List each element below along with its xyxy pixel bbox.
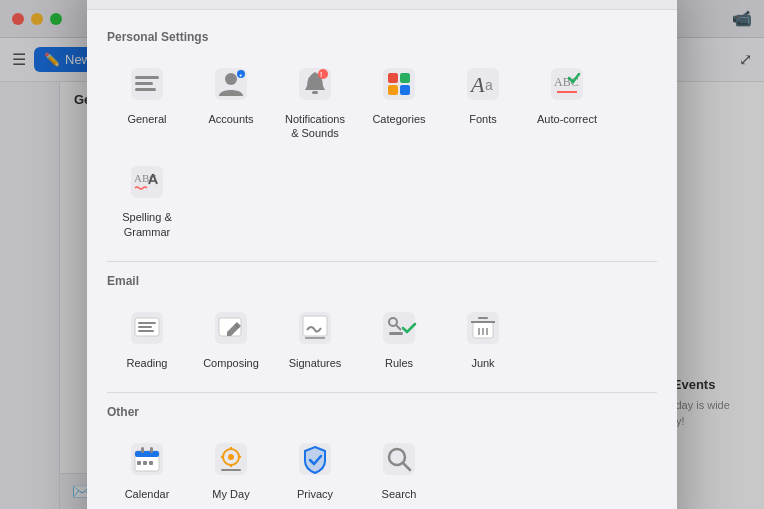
prefs-spelling-item[interactable]: ABC Spelling &Grammar (107, 152, 187, 247)
search-label: Search (382, 487, 417, 501)
composing-label: Composing (203, 356, 259, 370)
svg-text:!: ! (320, 71, 322, 78)
app-background: 🔍 📹 ☰ ✏️ New Message 🗑 Delete 📦 Archive … (0, 0, 764, 509)
email-grid: Reading Composing (107, 298, 657, 378)
svg-rect-27 (138, 322, 156, 324)
accounts-label: Accounts (208, 112, 253, 126)
svg-rect-2 (135, 82, 153, 85)
privacy-icon (293, 437, 337, 481)
prefs-rules-item[interactable]: Rules (359, 298, 439, 378)
svg-text:ABC: ABC (134, 172, 157, 184)
general-icon (125, 62, 169, 106)
categories-icon (377, 62, 421, 106)
prefs-reading-item[interactable]: Reading (107, 298, 187, 378)
notifications-label: Notifications& Sounds (285, 112, 345, 141)
personal-settings-grid: General + Accounts (107, 54, 657, 247)
prefs-search-item[interactable]: Search (359, 429, 439, 509)
svg-rect-1 (135, 76, 159, 79)
fonts-icon: A a (461, 62, 505, 106)
signatures-label: Signatures (289, 356, 342, 370)
svg-rect-3 (135, 88, 156, 91)
rules-label: Rules (385, 356, 413, 370)
prefs-privacy-item[interactable]: Privacy (275, 429, 355, 509)
junk-icon (461, 306, 505, 350)
calendar-label: Calendar (125, 487, 170, 501)
autocorrect-icon: ABC (545, 62, 589, 106)
svg-rect-50 (141, 447, 144, 453)
prefs-notifications-item[interactable]: ! Notifications& Sounds (275, 54, 355, 149)
svg-rect-9 (312, 91, 318, 94)
svg-rect-53 (143, 461, 147, 465)
svg-rect-12 (383, 68, 415, 100)
junk-label: Junk (471, 356, 494, 370)
search-pref-icon (377, 437, 421, 481)
signatures-icon (293, 306, 337, 350)
personal-settings-label: Personal Settings (107, 30, 657, 44)
myday-icon (209, 437, 253, 481)
myday-label: My Day (212, 487, 249, 501)
prefs-myday-item[interactable]: My Day (191, 429, 271, 509)
prefs-categories-item[interactable]: Categories (359, 54, 439, 149)
svg-rect-52 (137, 461, 141, 465)
spelling-label: Spelling &Grammar (122, 210, 172, 239)
notifications-icon: ! (293, 62, 337, 106)
svg-rect-16 (400, 85, 410, 95)
svg-rect-34 (303, 316, 327, 336)
svg-text:A: A (469, 72, 485, 97)
prefs-autocorrect-item[interactable]: ABC Auto-correct (527, 54, 607, 149)
email-section-label: Email (107, 274, 657, 288)
categories-label: Categories (372, 112, 425, 126)
prefs-composing-item[interactable]: Composing (191, 298, 271, 378)
preferences-dialog: Outlook Preferences Show All 🔍 Personal … (87, 0, 677, 509)
svg-rect-29 (138, 330, 154, 332)
general-label: General (127, 112, 166, 126)
svg-rect-62 (221, 469, 241, 471)
other-grid: Calendar (107, 429, 657, 509)
svg-rect-13 (388, 73, 398, 83)
rules-icon (377, 306, 421, 350)
svg-point-5 (225, 73, 237, 85)
prefs-junk-item[interactable]: Junk (443, 298, 523, 378)
accounts-icon: + (209, 62, 253, 106)
svg-rect-15 (388, 85, 398, 95)
svg-rect-28 (138, 326, 152, 328)
svg-rect-14 (400, 73, 410, 83)
prefs-calendar-item[interactable]: Calendar (107, 429, 187, 509)
prefs-titlebar: Outlook Preferences Show All 🔍 (87, 0, 677, 10)
fonts-label: Fonts (469, 112, 497, 126)
modal-overlay: Outlook Preferences Show All 🔍 Personal … (0, 0, 764, 509)
svg-text:ABC: ABC (554, 75, 579, 89)
prefs-fonts-item[interactable]: A a Fonts (443, 54, 523, 149)
prefs-content: Personal Settings General (87, 10, 677, 509)
prefs-general-item[interactable]: General (107, 54, 187, 149)
other-section-label: Other (107, 405, 657, 419)
prefs-signatures-item[interactable]: Signatures (275, 298, 355, 378)
svg-text:a: a (485, 77, 493, 93)
prefs-accounts-item[interactable]: + Accounts (191, 54, 271, 149)
reading-label: Reading (127, 356, 168, 370)
svg-rect-39 (389, 332, 403, 335)
svg-rect-49 (135, 451, 159, 457)
svg-rect-54 (149, 461, 153, 465)
autocorrect-label: Auto-correct (537, 112, 597, 126)
svg-point-57 (228, 454, 234, 460)
reading-icon (125, 306, 169, 350)
privacy-label: Privacy (297, 487, 333, 501)
svg-text:+: + (239, 72, 243, 78)
spelling-icon: ABC (125, 160, 169, 204)
composing-icon (209, 306, 253, 350)
calendar-icon (125, 437, 169, 481)
svg-rect-51 (150, 447, 153, 453)
